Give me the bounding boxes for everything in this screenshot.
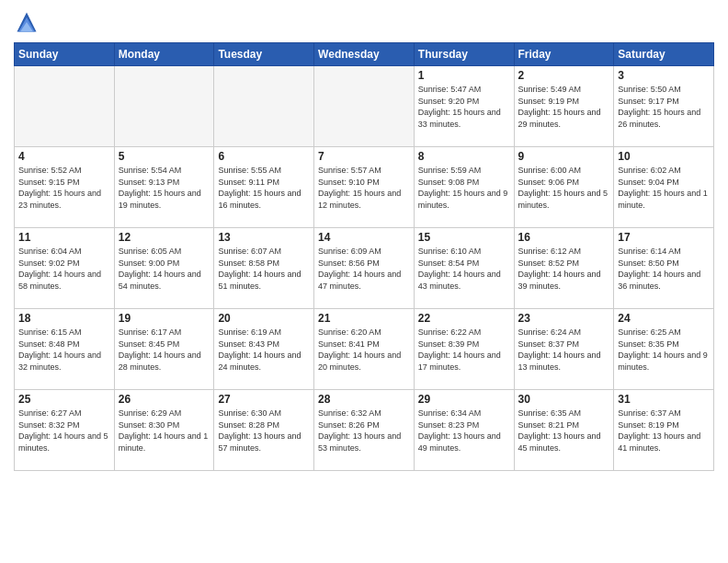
- day-info: Sunrise: 6:00 AMSunset: 9:06 PMDaylight:…: [518, 165, 610, 211]
- day-number: 12: [119, 231, 210, 244]
- day-cell: 2Sunrise: 5:49 AMSunset: 9:19 PMDaylight…: [514, 66, 614, 147]
- day-number: 25: [18, 393, 110, 406]
- week-row-0: 1Sunrise: 5:47 AMSunset: 9:20 PMDaylight…: [15, 66, 714, 147]
- calendar-page: SundayMondayTuesdayWednesdayThursdayFrid…: [0, 0, 728, 563]
- day-info: Sunrise: 6:12 AMSunset: 8:52 PMDaylight:…: [518, 246, 610, 292]
- weekday-header-row: SundayMondayTuesdayWednesdayThursdayFrid…: [15, 43, 714, 66]
- day-info: Sunrise: 5:59 AMSunset: 9:08 PMDaylight:…: [418, 165, 510, 211]
- day-number: 28: [318, 393, 410, 406]
- day-info: Sunrise: 6:22 AMSunset: 8:39 PMDaylight:…: [418, 327, 510, 373]
- day-number: 20: [218, 312, 310, 325]
- day-cell: 16Sunrise: 6:12 AMSunset: 8:52 PMDayligh…: [514, 228, 614, 309]
- day-number: 15: [418, 231, 510, 244]
- day-cell: 8Sunrise: 5:59 AMSunset: 9:08 PMDaylight…: [414, 147, 514, 228]
- day-number: 6: [218, 150, 310, 163]
- week-row-3: 18Sunrise: 6:15 AMSunset: 8:48 PMDayligh…: [15, 309, 714, 390]
- calendar-table: SundayMondayTuesdayWednesdayThursdayFrid…: [14, 42, 714, 471]
- day-info: Sunrise: 5:54 AMSunset: 9:13 PMDaylight:…: [119, 165, 210, 211]
- header: [14, 9, 714, 35]
- day-cell: 14Sunrise: 6:09 AMSunset: 8:56 PMDayligh…: [314, 228, 415, 309]
- day-number: 16: [518, 231, 610, 244]
- day-info: Sunrise: 6:19 AMSunset: 8:43 PMDaylight:…: [218, 327, 310, 373]
- week-row-1: 4Sunrise: 5:52 AMSunset: 9:15 PMDaylight…: [15, 147, 714, 228]
- day-number: 29: [418, 393, 510, 406]
- day-cell: 1Sunrise: 5:47 AMSunset: 9:20 PMDaylight…: [414, 66, 514, 147]
- week-row-4: 25Sunrise: 6:27 AMSunset: 8:32 PMDayligh…: [15, 390, 714, 471]
- day-number: 1: [418, 69, 510, 82]
- day-number: 17: [618, 231, 710, 244]
- day-info: Sunrise: 6:17 AMSunset: 8:45 PMDaylight:…: [119, 327, 210, 373]
- day-info: Sunrise: 6:30 AMSunset: 8:28 PMDaylight:…: [218, 408, 310, 454]
- day-number: 9: [518, 150, 610, 163]
- day-info: Sunrise: 6:37 AMSunset: 8:19 PMDaylight:…: [618, 408, 710, 454]
- day-number: 10: [618, 150, 710, 163]
- day-number: 8: [418, 150, 510, 163]
- day-number: 24: [618, 312, 710, 325]
- day-info: Sunrise: 6:32 AMSunset: 8:26 PMDaylight:…: [318, 408, 410, 454]
- day-cell: 11Sunrise: 6:04 AMSunset: 9:02 PMDayligh…: [15, 228, 115, 309]
- day-cell: [314, 66, 415, 147]
- day-number: 31: [618, 393, 710, 406]
- weekday-header-thursday: Thursday: [414, 43, 514, 66]
- day-info: Sunrise: 6:35 AMSunset: 8:21 PMDaylight:…: [518, 408, 610, 454]
- logo: [14, 9, 43, 35]
- day-cell: 25Sunrise: 6:27 AMSunset: 8:32 PMDayligh…: [15, 390, 115, 471]
- day-info: Sunrise: 6:10 AMSunset: 8:54 PMDaylight:…: [418, 246, 510, 292]
- day-info: Sunrise: 6:24 AMSunset: 8:37 PMDaylight:…: [518, 327, 610, 373]
- day-info: Sunrise: 5:49 AMSunset: 9:19 PMDaylight:…: [518, 84, 610, 130]
- day-info: Sunrise: 5:52 AMSunset: 9:15 PMDaylight:…: [18, 165, 110, 211]
- day-info: Sunrise: 5:57 AMSunset: 9:10 PMDaylight:…: [318, 165, 410, 211]
- day-info: Sunrise: 6:25 AMSunset: 8:35 PMDaylight:…: [618, 327, 710, 373]
- day-number: 26: [119, 393, 210, 406]
- day-info: Sunrise: 6:15 AMSunset: 8:48 PMDaylight:…: [18, 327, 110, 373]
- day-info: Sunrise: 6:02 AMSunset: 9:04 PMDaylight:…: [618, 165, 710, 211]
- day-info: Sunrise: 6:09 AMSunset: 8:56 PMDaylight:…: [318, 246, 410, 292]
- day-cell: 10Sunrise: 6:02 AMSunset: 9:04 PMDayligh…: [614, 147, 714, 228]
- day-cell: 17Sunrise: 6:14 AMSunset: 8:50 PMDayligh…: [614, 228, 714, 309]
- day-cell: 7Sunrise: 5:57 AMSunset: 9:10 PMDaylight…: [314, 147, 415, 228]
- day-info: Sunrise: 6:05 AMSunset: 9:00 PMDaylight:…: [119, 246, 210, 292]
- day-info: Sunrise: 5:55 AMSunset: 9:11 PMDaylight:…: [218, 165, 310, 211]
- day-info: Sunrise: 5:50 AMSunset: 9:17 PMDaylight:…: [618, 84, 710, 130]
- day-cell: 26Sunrise: 6:29 AMSunset: 8:30 PMDayligh…: [114, 390, 214, 471]
- day-info: Sunrise: 6:14 AMSunset: 8:50 PMDaylight:…: [618, 246, 710, 292]
- day-info: Sunrise: 6:20 AMSunset: 8:41 PMDaylight:…: [318, 327, 410, 373]
- day-number: 30: [518, 393, 610, 406]
- day-cell: 19Sunrise: 6:17 AMSunset: 8:45 PMDayligh…: [114, 309, 214, 390]
- day-number: 4: [18, 150, 110, 163]
- day-cell: 27Sunrise: 6:30 AMSunset: 8:28 PMDayligh…: [214, 390, 314, 471]
- day-cell: 29Sunrise: 6:34 AMSunset: 8:23 PMDayligh…: [414, 390, 514, 471]
- day-info: Sunrise: 6:29 AMSunset: 8:30 PMDaylight:…: [119, 408, 210, 454]
- day-info: Sunrise: 6:27 AMSunset: 8:32 PMDaylight:…: [18, 408, 110, 454]
- weekday-header-wednesday: Wednesday: [314, 43, 415, 66]
- day-number: 11: [18, 231, 110, 244]
- day-cell: [15, 66, 115, 147]
- day-cell: 23Sunrise: 6:24 AMSunset: 8:37 PMDayligh…: [514, 309, 614, 390]
- day-cell: 15Sunrise: 6:10 AMSunset: 8:54 PMDayligh…: [414, 228, 514, 309]
- day-number: 3: [618, 69, 710, 82]
- day-cell: 4Sunrise: 5:52 AMSunset: 9:15 PMDaylight…: [15, 147, 115, 228]
- day-number: 7: [318, 150, 410, 163]
- day-number: 23: [518, 312, 610, 325]
- weekday-header-monday: Monday: [114, 43, 214, 66]
- day-number: 27: [218, 393, 310, 406]
- day-number: 14: [318, 231, 410, 244]
- day-cell: 13Sunrise: 6:07 AMSunset: 8:58 PMDayligh…: [214, 228, 314, 309]
- day-number: 13: [218, 231, 310, 244]
- day-number: 22: [418, 312, 510, 325]
- week-row-2: 11Sunrise: 6:04 AMSunset: 9:02 PMDayligh…: [15, 228, 714, 309]
- day-number: 2: [518, 69, 610, 82]
- day-info: Sunrise: 6:34 AMSunset: 8:23 PMDaylight:…: [418, 408, 510, 454]
- day-cell: 22Sunrise: 6:22 AMSunset: 8:39 PMDayligh…: [414, 309, 514, 390]
- day-cell: 24Sunrise: 6:25 AMSunset: 8:35 PMDayligh…: [614, 309, 714, 390]
- day-cell: [214, 66, 314, 147]
- day-info: Sunrise: 5:47 AMSunset: 9:20 PMDaylight:…: [418, 84, 510, 130]
- day-cell: 30Sunrise: 6:35 AMSunset: 8:21 PMDayligh…: [514, 390, 614, 471]
- day-cell: 21Sunrise: 6:20 AMSunset: 8:41 PMDayligh…: [314, 309, 415, 390]
- day-cell: 5Sunrise: 5:54 AMSunset: 9:13 PMDaylight…: [114, 147, 214, 228]
- day-cell: [114, 66, 214, 147]
- weekday-header-saturday: Saturday: [614, 43, 714, 66]
- logo-icon: [14, 9, 40, 35]
- day-cell: 6Sunrise: 5:55 AMSunset: 9:11 PMDaylight…: [214, 147, 314, 228]
- day-cell: 20Sunrise: 6:19 AMSunset: 8:43 PMDayligh…: [214, 309, 314, 390]
